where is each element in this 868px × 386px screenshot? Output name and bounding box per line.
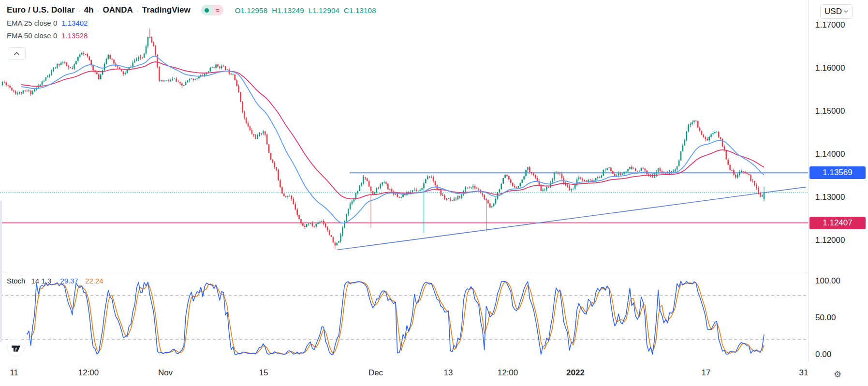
- market-status-pill[interactable]: ≈: [201, 5, 223, 15]
- ema25-value: 1.13402: [61, 19, 88, 27]
- time-axis-label-31: 31: [799, 368, 809, 378]
- candle-bodies-up: [2, 37, 765, 245]
- title-separator: ·: [136, 6, 139, 15]
- stoch-params: 14 1 3: [31, 277, 52, 285]
- title-separator: ·: [97, 6, 100, 15]
- candle-wicks-up: [2, 37, 764, 246]
- close-value: 1.13108: [349, 6, 376, 15]
- delayed-data-icon: ≈: [212, 5, 223, 15]
- chart-canvas[interactable]: [0, 0, 808, 362]
- time-axis-label-Nov: Nov: [158, 368, 173, 378]
- market-open-dot-icon: [205, 8, 209, 13]
- stoch-axis-label: 100.00: [815, 276, 840, 286]
- market-open-indicator: [201, 5, 212, 15]
- tradingview-logo-icon: [11, 343, 21, 353]
- currency-label: USD: [824, 7, 842, 16]
- high-value: 1.13249: [277, 6, 304, 15]
- ema50-value: 1.13528: [61, 31, 88, 40]
- low-value: 1.12904: [312, 6, 339, 15]
- stoch-legend-row[interactable]: Stoch 14 1 3 29.37 22.24: [7, 277, 103, 285]
- ema50-label: EMA 50 close 0: [7, 31, 57, 40]
- pane-separator[interactable]: [0, 272, 868, 272]
- open-value: 1.12958: [241, 6, 268, 15]
- chevron-up-icon: [14, 52, 20, 56]
- symbol-title-row[interactable]: Euro / U.S. Dollar · 4h · OANDA · Tradin…: [7, 4, 381, 16]
- collapse-legend-button[interactable]: [8, 47, 26, 59]
- stoch-k-value: 29.37: [60, 277, 78, 285]
- ohlc-values: O1.12958 H1.13249 L1.12904 C1.13108: [235, 6, 381, 15]
- price-axis-label: 1.14000: [815, 149, 845, 159]
- candle-bodies-down: [4, 37, 761, 245]
- time-axis-label-2022: 2022: [566, 368, 585, 378]
- ema25-label: EMA 25 close 0: [7, 19, 57, 27]
- time-axis-label-13: 13: [444, 368, 453, 378]
- chevron-down-icon: [844, 10, 848, 13]
- time-axis-label-Dec: Dec: [368, 368, 383, 378]
- ema-50-line: [21, 62, 764, 199]
- rising-trendline: [337, 187, 806, 250]
- stoch-axis-label: 50.00: [815, 313, 836, 323]
- time-axis-label-17: 17: [702, 368, 711, 378]
- time-axis[interactable]: 1112:00Nov15Dec1312:0020221731: [0, 362, 868, 386]
- tradingview-chart: Euro / U.S. Dollar · 4h · OANDA · Tradin…: [0, 0, 868, 386]
- platform-label[interactable]: TradingView: [142, 5, 191, 15]
- indicator-legend-ema25[interactable]: EMA 25 close 0 1.13402: [7, 16, 381, 29]
- price-axis-label: 1.15000: [815, 106, 845, 116]
- price-badge-1.12407: 1.12407: [809, 217, 866, 229]
- open-label: O: [235, 6, 241, 15]
- left-edge-strip: [0, 201, 2, 342]
- price-axis-label: 1.16000: [815, 63, 845, 73]
- exchange-label[interactable]: OANDA: [103, 5, 133, 15]
- time-axis-label-1200: 12:00: [78, 368, 99, 378]
- stoch-d-value: 22.24: [85, 277, 103, 285]
- close-label: C: [344, 6, 349, 15]
- chart-legend: Euro / U.S. Dollar · 4h · OANDA · Tradin…: [7, 4, 381, 42]
- price-badge-1.13569: 1.13569: [809, 166, 866, 179]
- price-axis-label: 1.13000: [815, 193, 845, 202]
- price-axis[interactable]: 1.170001.160001.150001.140001.130001.120…: [809, 0, 868, 362]
- time-axis-label-15: 15: [259, 368, 268, 378]
- stoch-axis-label: 0.00: [815, 350, 831, 359]
- indicator-legend-ema50[interactable]: EMA 50 close 0 1.13528: [7, 29, 381, 42]
- time-axis-label-11: 11: [10, 368, 18, 378]
- settings-gear-icon[interactable]: ⚙: [832, 369, 843, 380]
- symbol-name[interactable]: Euro / U.S. Dollar: [7, 5, 75, 15]
- price-axis-label: 1.12000: [815, 236, 845, 245]
- ema-25-line: [21, 56, 764, 223]
- price-axis-label: 1.17000: [815, 20, 845, 30]
- time-axis-label-1200: 12:00: [498, 368, 518, 378]
- high-label: H: [272, 6, 277, 15]
- interval-label[interactable]: 4h: [84, 5, 94, 15]
- stoch-name[interactable]: Stoch: [7, 277, 25, 285]
- tradingview-logo[interactable]: [7, 339, 25, 356]
- candle-wicks-down: [4, 29, 760, 249]
- stoch-k-line: [27, 281, 764, 355]
- currency-selector[interactable]: USD: [820, 4, 853, 19]
- title-separator: ·: [78, 6, 81, 15]
